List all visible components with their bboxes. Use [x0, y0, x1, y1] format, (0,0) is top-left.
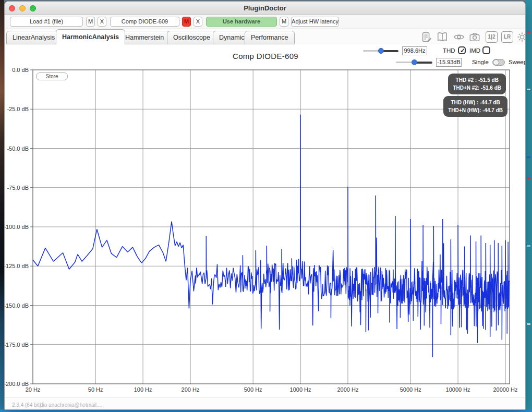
- tab-performance[interactable]: Performance: [245, 31, 295, 44]
- settings-gear-icon[interactable]: [516, 31, 526, 43]
- svg-text:-175.0 dB: -175.0 dB: [5, 342, 29, 348]
- toolbar: Load #1 (file) M X Comp DIODE-609 M X Us…: [5, 15, 525, 29]
- load-m-button[interactable]: M: [86, 17, 95, 27]
- hardware-m-button[interactable]: M: [280, 17, 288, 27]
- tab-bar: LinearAnalysis HarmonicAnalysis Hammerst…: [5, 29, 525, 44]
- manual-book-icon[interactable]: [437, 31, 448, 43]
- svg-text:1000 Hz: 1000 Hz: [290, 386, 311, 393]
- svg-text:20000 Hz: 20000 Hz: [493, 386, 517, 393]
- thd2-value: THD #2 : -51.5 dB: [453, 76, 501, 84]
- load-x-button[interactable]: X: [98, 17, 106, 27]
- svg-text:200 Hz: 200 Hz: [182, 386, 200, 393]
- window-title: PluginDoctor: [5, 4, 525, 12]
- svg-text:5000 Hz: 5000 Hz: [400, 386, 421, 393]
- plugin-x-button[interactable]: X: [194, 17, 202, 27]
- tab-linear-analysis[interactable]: LinearAnalysis: [6, 31, 61, 44]
- thd-hw-readout-box: THD (HW) : -44.7 dB THD+N (HW): -44.7 dB: [443, 96, 507, 117]
- load-file-button[interactable]: Load #1 (file): [10, 17, 83, 27]
- svg-text:-125.0 dB: -125.0 dB: [5, 263, 29, 269]
- thd-hw-value: THD (HW) : -44.7 dB: [448, 99, 503, 106]
- plugin-name-field[interactable]: Comp DIODE-609: [110, 17, 179, 27]
- svg-text:2000 Hz: 2000 Hz: [337, 386, 359, 393]
- store-button[interactable]: Store: [36, 72, 68, 80]
- tab-oscilloscope[interactable]: Oscilloscope: [167, 31, 216, 44]
- svg-text:-50.0 dB: -50.0 dB: [7, 146, 29, 152]
- thdn-hw-value: THD+N (HW): -44.7 dB: [448, 106, 503, 114]
- title-bar: PluginDoctor: [5, 2, 525, 15]
- account-label: dio anachronia@hotmail....: [40, 402, 102, 408]
- svg-text:10000 Hz: 10000 Hz: [446, 386, 470, 393]
- svg-text:100 Hz: 100 Hz: [134, 386, 152, 393]
- status-bar: 2.3.4 (64 bit) dio anachronia@hotmail...…: [5, 397, 525, 410]
- tab-hammerstein[interactable]: Hammerstein: [119, 31, 170, 44]
- app-window: PluginDoctor Load #1 (file) M X Comp DIO…: [4, 1, 526, 410]
- svg-text:-25.0 dB: -25.0 dB: [7, 106, 29, 112]
- thdn2-value: THD+N #2: -51.6 dB: [453, 84, 501, 92]
- adjust-hw-latency-button[interactable]: Adjust HW latency: [291, 17, 339, 27]
- channels-1-2-icon[interactable]: 1|2: [486, 31, 498, 43]
- svg-text:500 Hz: 500 Hz: [244, 386, 262, 393]
- svg-text:0.0 dB: 0.0 dB: [12, 67, 29, 73]
- notes-icon[interactable]: [421, 31, 432, 43]
- tab-harmonic-analysis[interactable]: HarmonicAnalysis: [56, 29, 125, 44]
- use-hardware-button[interactable]: Use hardware: [206, 17, 277, 27]
- background-window-right: [526, 0, 532, 412]
- svg-text:50 Hz: 50 Hz: [88, 386, 103, 393]
- svg-text:20 Hz: 20 Hz: [26, 386, 41, 393]
- svg-text:-150.0 dB: -150.0 dB: [5, 302, 29, 309]
- svg-text:-75.0 dB: -75.0 dB: [7, 185, 29, 191]
- background-window-left: [0, 0, 4, 412]
- screenshot-camera-icon[interactable]: [469, 31, 480, 43]
- version-label: 2.3.4 (64 bit): [12, 402, 41, 408]
- left-right-icon[interactable]: LR: [501, 31, 513, 43]
- svg-text:-100.0 dB: -100.0 dB: [5, 224, 29, 230]
- visibility-eye-icon[interactable]: [453, 31, 465, 43]
- harmonic-analysis-panel: 998.6Hz THD ✓ IMD -15.93dB Single Sweep …: [5, 44, 525, 397]
- thd-readout-box: THD #2 : -51.5 dB THD+N #2: -51.6 dB: [448, 74, 506, 94]
- plugin-m-button[interactable]: M: [182, 17, 191, 27]
